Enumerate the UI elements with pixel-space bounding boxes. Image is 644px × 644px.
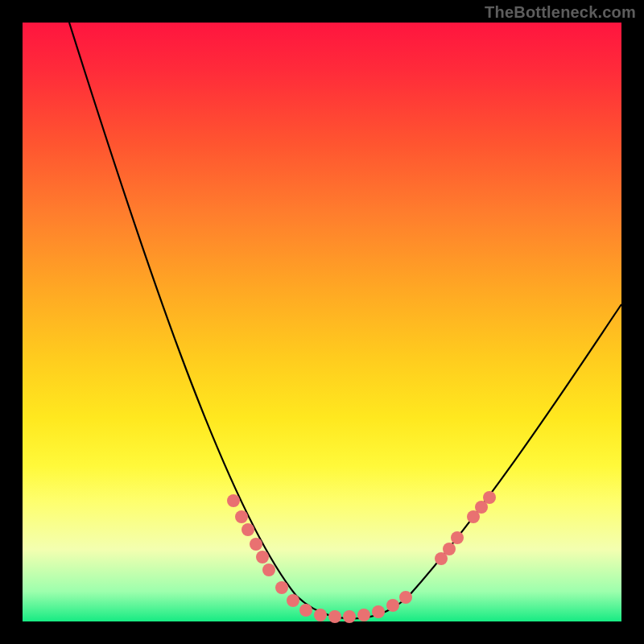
curve-marker bbox=[451, 531, 464, 544]
curve-marker bbox=[372, 605, 385, 618]
curve-marker bbox=[328, 610, 341, 623]
curve-marker bbox=[227, 494, 240, 507]
curve-marker bbox=[250, 538, 262, 551]
curve-marker bbox=[299, 604, 312, 617]
curve-marker bbox=[235, 510, 248, 523]
curve-marker bbox=[343, 610, 356, 623]
curve-marker bbox=[399, 591, 412, 604]
bottleneck-curve bbox=[69, 23, 621, 619]
curve-marker bbox=[256, 551, 269, 564]
curve-marker bbox=[242, 523, 254, 536]
curve-marker bbox=[314, 609, 327, 621]
curve-marker bbox=[262, 564, 275, 576]
curve-marker bbox=[287, 594, 299, 607]
curve-marker bbox=[386, 599, 399, 612]
curve-dots-left bbox=[227, 494, 412, 623]
watermark-text: TheBottleneck.com bbox=[485, 3, 636, 22]
chart-svg bbox=[23, 23, 621, 621]
curve-marker bbox=[275, 581, 288, 594]
curve-marker bbox=[357, 609, 370, 621]
chart-plot-area bbox=[23, 23, 621, 621]
curve-marker bbox=[443, 543, 456, 555]
curve-marker bbox=[483, 491, 496, 504]
